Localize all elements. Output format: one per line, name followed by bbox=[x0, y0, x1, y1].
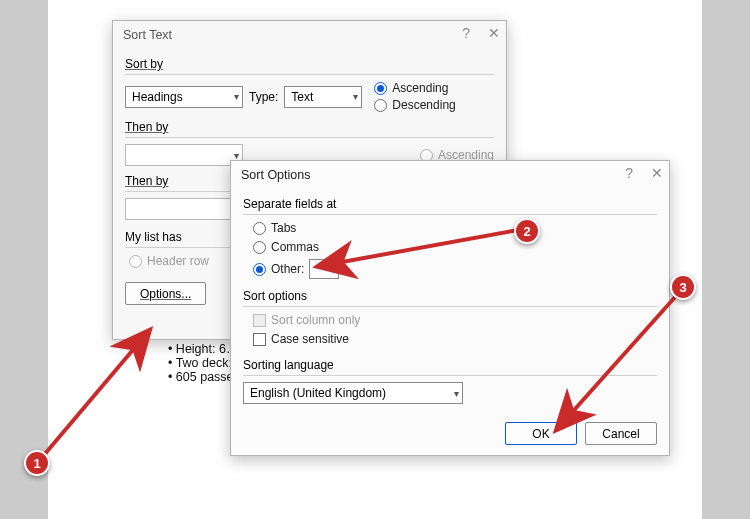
chevron-down-icon: ▾ bbox=[450, 388, 459, 399]
sort-by-label: Sort by bbox=[125, 57, 494, 71]
sorting-language-select[interactable]: English (United Kingdom) ▾ bbox=[243, 382, 463, 404]
close-icon[interactable]: ✕ bbox=[651, 165, 663, 181]
ascending-radio[interactable]: Ascending bbox=[374, 81, 455, 95]
sort-by-type[interactable]: Text ▾ bbox=[284, 86, 362, 108]
tabs-radio[interactable]: Tabs bbox=[253, 221, 657, 235]
help-icon[interactable]: ? bbox=[462, 25, 470, 41]
sort-options-dialog: Sort Options ? ✕ Separate fields at Tabs… bbox=[230, 160, 670, 456]
dialog-title: Sort Text bbox=[113, 21, 506, 47]
sort-column-only-check: Sort column only bbox=[253, 313, 657, 327]
then-by-label: Then by bbox=[125, 120, 494, 134]
options-button[interactable]: Options... bbox=[125, 282, 206, 305]
separate-fields-label: Separate fields at bbox=[243, 197, 657, 211]
case-sensitive-check[interactable]: Case sensitive bbox=[253, 332, 657, 346]
annotation-callout-2: 2 bbox=[514, 218, 540, 244]
bullet-item: Two deck: bbox=[168, 356, 238, 370]
chevron-down-icon: ▾ bbox=[230, 150, 239, 161]
commas-radio[interactable]: Commas bbox=[253, 240, 657, 254]
close-icon[interactable]: ✕ bbox=[488, 25, 500, 41]
then-by-field-1[interactable]: ▾ bbox=[125, 144, 243, 166]
document-bullets: Height: 6… Two deck: 605 passe bbox=[168, 342, 238, 384]
annotation-callout-1: 1 bbox=[24, 450, 50, 476]
chevron-down-icon: ▾ bbox=[349, 91, 358, 102]
ok-button[interactable]: OK bbox=[505, 422, 577, 445]
bullet-item: 605 passe bbox=[168, 370, 238, 384]
annotation-callout-3: 3 bbox=[670, 274, 696, 300]
then-by-field-2[interactable]: ▾ bbox=[125, 198, 243, 220]
sort-options-label: Sort options bbox=[243, 289, 657, 303]
other-separator-input[interactable] bbox=[309, 259, 339, 279]
dialog-title: Sort Options bbox=[231, 161, 669, 187]
help-icon[interactable]: ? bbox=[625, 165, 633, 181]
bullet-item: Height: 6… bbox=[168, 342, 238, 356]
descending-radio[interactable]: Descending bbox=[374, 98, 455, 112]
sort-by-field[interactable]: Headings ▾ bbox=[125, 86, 243, 108]
chevron-down-icon: ▾ bbox=[230, 91, 239, 102]
cancel-button[interactable]: Cancel bbox=[585, 422, 657, 445]
type-label: Type: bbox=[249, 90, 278, 104]
other-radio[interactable]: Other: bbox=[253, 259, 657, 279]
sorting-language-label: Sorting language bbox=[243, 358, 657, 372]
